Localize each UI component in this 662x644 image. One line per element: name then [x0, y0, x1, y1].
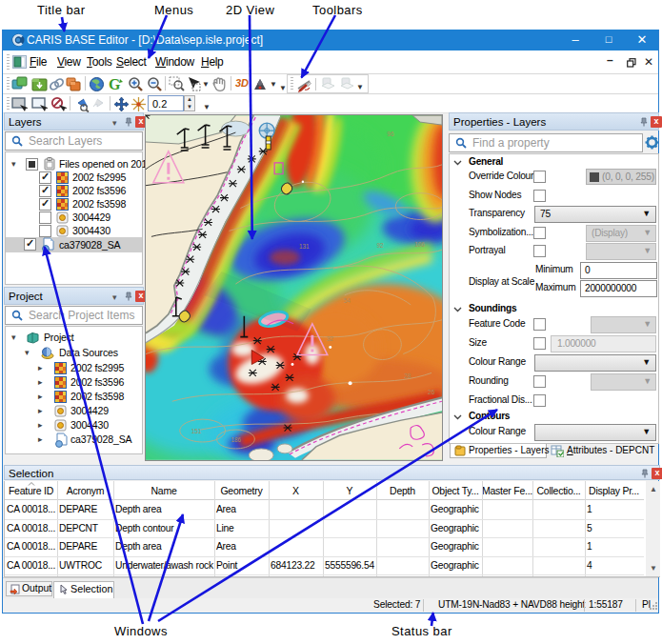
svg-text:28: 28 [404, 372, 411, 379]
svg-text:G: G [109, 76, 121, 92]
svg-text:32: 32 [327, 335, 334, 342]
svg-text:151: 151 [191, 428, 202, 434]
svg-text:92: 92 [376, 242, 384, 249]
svg-text:54: 54 [344, 297, 351, 304]
svg-text:131: 131 [299, 243, 310, 250]
svg-text:106: 106 [414, 241, 425, 248]
svg-text:26: 26 [428, 389, 435, 395]
svg-text:186: 186 [231, 436, 241, 443]
svg-text:96: 96 [387, 131, 394, 137]
